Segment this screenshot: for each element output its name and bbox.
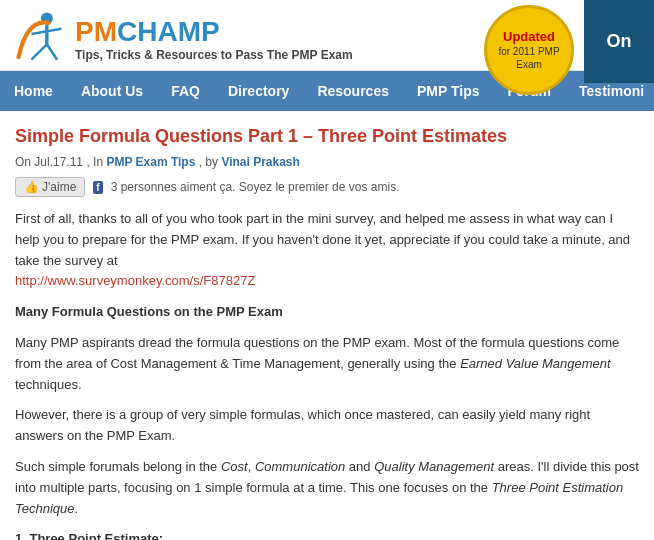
logo-icon: [10, 10, 70, 70]
logo-title: PMCHAMP: [75, 18, 353, 46]
content: Simple Formula Questions Part 1 – Three …: [0, 111, 654, 540]
nav-home[interactable]: Home: [0, 71, 67, 111]
nav-faq[interactable]: FAQ: [157, 71, 214, 111]
logo-text: PMCHAMP Tips, Tricks & Resources to Pass…: [75, 18, 353, 62]
article-date: On Jul.17.11: [15, 155, 83, 169]
paragraph-3: However, there is a group of very simple…: [15, 405, 639, 447]
article-in: , In: [86, 155, 106, 169]
nav-pmp-tips[interactable]: PMP Tips: [403, 71, 494, 111]
badge-updated-label: Updated: [503, 29, 555, 45]
fb-count-text: 3 personnes aiment ça. Soyez le premier …: [111, 180, 400, 194]
fb-icon: f: [93, 181, 102, 194]
thumb-icon: 👍: [24, 180, 39, 194]
logo-pm: PM: [75, 16, 117, 47]
header: PMCHAMP Tips, Tricks & Resources to Pass…: [0, 0, 654, 71]
article-title: Simple Formula Questions Part 1 – Three …: [15, 126, 639, 147]
section-2-header: 1. Three Point Estimate:: [15, 529, 639, 540]
svg-line-3: [31, 44, 46, 59]
survey-link[interactable]: http://www.surveymonkey.com/s/F87827Z: [15, 273, 255, 288]
article-category-link[interactable]: PMP Exam Tips: [106, 155, 195, 169]
nav-directory[interactable]: Directory: [214, 71, 303, 111]
section-1-header: Many Formula Questions on the PMP Exam: [15, 302, 639, 323]
on-button[interactable]: On: [584, 0, 654, 83]
paragraph-4: Such simple forumals belong in the Cost,…: [15, 457, 639, 519]
logo-tagline: Tips, Tricks & Resources to Pass The PMP…: [75, 48, 353, 62]
article-author-link[interactable]: Vinai Prakash: [221, 155, 300, 169]
fb-like-button[interactable]: 👍 J'aime: [15, 177, 85, 197]
article-body: First of all, thanks to all of you who t…: [15, 209, 639, 540]
fb-like-bar: 👍 J'aime f 3 personnes aiment ça. Soyez …: [15, 177, 639, 197]
updated-badge: Updated for 2011 PMP Exam: [484, 5, 574, 95]
article-by: , by: [199, 155, 222, 169]
logo-champ: CHAMP: [117, 16, 220, 47]
paragraph-1: First of all, thanks to all of you who t…: [15, 209, 639, 292]
badge-sub-label: for 2011 PMP Exam: [487, 45, 571, 71]
paragraph-2: Many PMP aspirants dread the formula que…: [15, 333, 639, 395]
nav-resources[interactable]: Resources: [303, 71, 403, 111]
fb-like-label: J'aime: [42, 180, 76, 194]
svg-line-4: [47, 44, 57, 59]
article-meta: On Jul.17.11 , In PMP Exam Tips , by Vin…: [15, 155, 639, 169]
nav-about-us[interactable]: About Us: [67, 71, 157, 111]
